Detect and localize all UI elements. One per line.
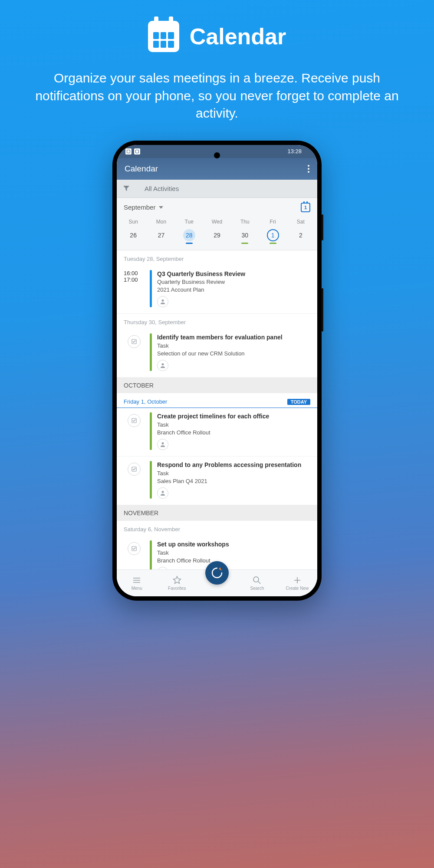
event-time: 16:00 17:00: [124, 270, 145, 308]
bottom-nav: Menu Favorites Search Create New: [117, 569, 317, 596]
calendar-icon: [148, 21, 179, 52]
day-mon[interactable]: Mon 27: [147, 219, 175, 244]
day-sat[interactable]: Sat 2: [287, 219, 315, 244]
event-color-bar: [150, 270, 152, 308]
day-sun[interactable]: Sun 26: [119, 219, 147, 244]
month-picker-row: September 1: [117, 198, 317, 217]
event-color-bar: [150, 461, 152, 499]
status-icon: [125, 148, 132, 155]
month-selector[interactable]: September: [124, 204, 163, 211]
task-checkbox[interactable]: [128, 335, 141, 348]
hero-title: Calendar: [190, 23, 286, 49]
nav-menu[interactable]: Menu: [117, 575, 157, 591]
date-header-today: Friday 1, October TODAY: [117, 393, 317, 408]
app-header: Calendar: [117, 158, 317, 180]
event-title: Identify team members for evaluation pan…: [157, 333, 310, 342]
day-fri[interactable]: Fri 1: [259, 219, 286, 244]
event-indicator: [241, 243, 248, 244]
nav-create-new[interactable]: Create New: [277, 575, 317, 591]
event-title: Create project timelines for each office: [157, 412, 310, 421]
event-title: Respond to any Problems accessing presen…: [157, 461, 310, 469]
svg-point-6: [162, 491, 164, 493]
event-color-bar: [150, 412, 152, 450]
svg-point-2: [162, 363, 164, 365]
month-section-header: NOVEMBER: [117, 505, 317, 521]
page-title: Calendar: [125, 164, 158, 174]
nav-favorites[interactable]: Favorites: [157, 575, 197, 591]
event-indicator: [270, 243, 276, 244]
event-project: Branch Office Rollout: [157, 557, 310, 565]
camera-notch: [214, 152, 220, 158]
phone-frame: 13:28 Calendar All Activities September …: [112, 141, 322, 601]
center-fab[interactable]: [205, 561, 229, 585]
date-header: Saturday 6, November: [117, 521, 317, 536]
person-icon: [157, 439, 168, 450]
day-wed[interactable]: Wed 29: [203, 219, 231, 244]
event-type: Task: [157, 342, 310, 350]
today-badge: TODAY: [287, 399, 310, 405]
event-title: Q3 Quarterly Business Review: [157, 270, 310, 278]
month-label: September: [124, 204, 155, 211]
filter-label: All Activities: [145, 185, 179, 192]
day-tue[interactable]: Tue 28: [175, 219, 203, 244]
event-indicator: [186, 243, 193, 244]
event-type: Quarterly Business Review: [157, 278, 310, 286]
event-project: Branch Office Rollout: [157, 429, 310, 437]
svg-point-0: [162, 299, 164, 302]
event-color-bar: [150, 333, 152, 371]
day-thu[interactable]: Thu 30: [231, 219, 259, 244]
menu-icon: [132, 575, 141, 585]
task-checkbox[interactable]: [128, 542, 141, 555]
event-item[interactable]: 16:00 17:00 Q3 Quarterly Business Review…: [117, 266, 317, 314]
event-item[interactable]: Respond to any Problems accessing presen…: [117, 457, 317, 505]
nav-search[interactable]: Search: [237, 575, 277, 591]
event-color-bar: [150, 540, 152, 569]
filter-icon: [123, 185, 130, 192]
overflow-menu-icon[interactable]: [308, 165, 309, 173]
task-checkbox[interactable]: [128, 463, 141, 476]
event-type: Task: [157, 549, 310, 557]
event-project: Selection of our new CRM Solution: [157, 350, 310, 358]
status-icon: [134, 148, 140, 155]
jump-to-today-button[interactable]: 1: [301, 203, 310, 212]
person-icon: [157, 487, 168, 499]
event-project: Sales Plan Q4 2021: [157, 477, 310, 485]
svg-point-4: [162, 442, 164, 444]
person-icon: [157, 360, 168, 371]
event-type: Task: [157, 421, 310, 429]
event-project: 2021 Account Plan: [157, 286, 310, 294]
agenda-list[interactable]: Tuesday 28, September 16:00 17:00 Q3 Qua…: [117, 250, 317, 569]
star-icon: [172, 575, 182, 585]
filter-bar[interactable]: All Activities: [117, 180, 317, 198]
plus-icon: [293, 575, 302, 585]
event-title: Set up onsite workshops: [157, 540, 310, 549]
chevron-down-icon: [159, 206, 163, 209]
date-header: Thursday 30, September: [117, 314, 317, 329]
person-icon: [157, 296, 168, 307]
hero-tagline: Organize your sales meetings in a breeze…: [26, 69, 408, 122]
task-checkbox[interactable]: [128, 414, 141, 427]
event-type: Task: [157, 470, 310, 477]
week-strip: Sun 26 Mon 27 Tue 28 Wed 29 Thu 30: [117, 217, 317, 250]
event-item[interactable]: Create project timelines for each office…: [117, 408, 317, 457]
status-time: 13:28: [287, 148, 302, 155]
hero: Calendar Organize your sales meetings in…: [0, 0, 434, 127]
app-logo-icon: [210, 566, 224, 579]
month-section-header: OCTOBER: [117, 378, 317, 393]
event-item[interactable]: Identify team members for evaluation pan…: [117, 329, 317, 378]
search-icon: [252, 575, 262, 585]
date-header: Tuesday 28, September: [117, 250, 317, 266]
svg-point-9: [253, 577, 259, 582]
